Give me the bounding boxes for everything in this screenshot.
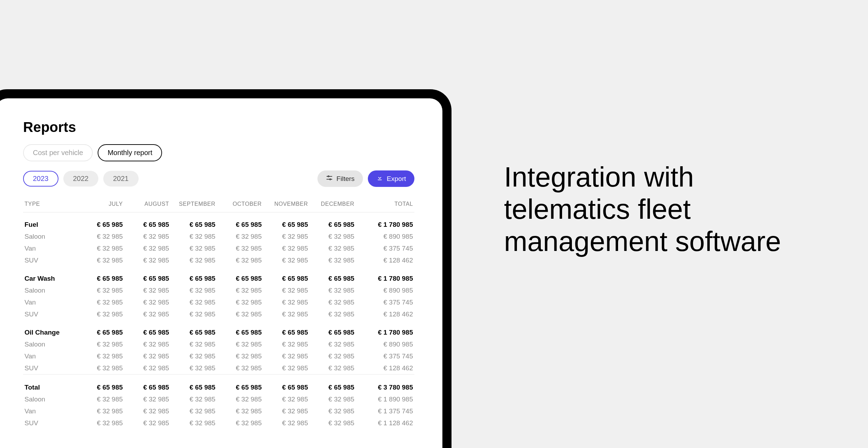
cell: € 65 985 [124,266,170,285]
cell: € 32 985 [170,285,217,296]
table-row: Saloon€ 32 985€ 32 985€ 32 985€ 32 985€ … [23,338,414,350]
cell: € 32 985 [309,350,356,362]
cell: € 65 985 [170,374,217,394]
cell: € 32 985 [170,350,217,362]
cell: € 32 985 [263,362,309,374]
table-header-row: TYPE JULY AUGUST SEPTEMBER OCTOBER NOVEM… [23,197,414,212]
table-row: SUV€ 32 985€ 32 985€ 32 985€ 32 985€ 32 … [23,417,414,429]
table-row: Van€ 32 985€ 32 985€ 32 985€ 32 985€ 32 … [23,296,414,308]
cell: € 890 985 [356,231,414,243]
cell: € 32 985 [263,393,309,405]
cell: € 65 985 [309,374,356,394]
cell: € 32 985 [78,296,124,308]
cell: € 32 985 [124,417,170,429]
cell: € 32 985 [124,350,170,362]
col-december: DECEMBER [309,197,356,212]
cell: € 32 985 [309,393,356,405]
tab-monthly-report[interactable]: Monthly report [98,144,162,161]
cell: € 32 985 [170,417,217,429]
cell: € 32 985 [78,338,124,350]
cell: € 65 985 [263,212,309,231]
cell: € 32 985 [263,350,309,362]
cell: € 375 745 [356,243,414,254]
col-august: AUGUST [124,197,170,212]
cell: € 32 985 [217,362,263,374]
year-pill-2022[interactable]: 2022 [63,171,99,187]
cell: € 32 985 [78,417,124,429]
filters-label: Filters [336,175,355,183]
app-screen: Reports Cost per vehicle Monthly report … [0,98,442,448]
cell: € 32 985 [124,296,170,308]
cell: € 32 985 [309,417,356,429]
svg-point-3 [330,179,331,180]
cell: € 32 985 [124,254,170,266]
cell: € 32 985 [78,350,124,362]
row-label: SUV [23,417,78,429]
cell: € 32 985 [309,231,356,243]
cell: € 32 985 [217,350,263,362]
row-label: Van [23,243,78,254]
cell: € 32 985 [78,243,124,254]
row-label: Car Wash [23,266,78,285]
cell: € 32 985 [124,231,170,243]
cell: € 32 985 [78,393,124,405]
cell: € 32 985 [309,405,356,417]
table-row: SUV€ 32 985€ 32 985€ 32 985€ 32 985€ 32 … [23,362,414,374]
export-button[interactable]: Export [368,170,414,187]
row-label: SUV [23,308,78,320]
cell: € 65 985 [170,212,217,231]
table-row: Van€ 32 985€ 32 985€ 32 985€ 32 985€ 32 … [23,405,414,417]
cell: € 32 985 [124,362,170,374]
row-label: Total [23,374,78,394]
cell: € 32 985 [78,254,124,266]
table-row: Car Wash€ 65 985€ 65 985€ 65 985€ 65 985… [23,266,414,285]
year-pill-2021[interactable]: 2021 [103,171,139,187]
cell: € 65 985 [217,320,263,338]
cell: € 128 462 [356,254,414,266]
cell: € 65 985 [309,320,356,338]
cell: € 375 745 [356,350,414,362]
cell: € 32 985 [263,338,309,350]
col-october: OCTOBER [217,197,263,212]
row-label: Saloon [23,338,78,350]
year-pill-2023[interactable]: 2023 [23,171,58,187]
download-icon [376,174,383,183]
cell: € 32 985 [263,285,309,296]
cell: € 65 985 [78,374,124,394]
cell: € 32 985 [124,338,170,350]
cell: € 1 375 745 [356,405,414,417]
cell: € 32 985 [217,338,263,350]
cell: € 32 985 [170,338,217,350]
cell: € 65 985 [263,266,309,285]
year-pills: 2023 2022 2021 [23,171,139,187]
cell: € 32 985 [217,405,263,417]
cell: € 65 985 [170,320,217,338]
filters-button[interactable]: < path a="" /> Filters [317,170,363,187]
cell: € 65 985 [170,266,217,285]
table-row: Van€ 32 985€ 32 985€ 32 985€ 32 985€ 32 … [23,350,414,362]
table-row: SUV€ 32 985€ 32 985€ 32 985€ 32 985€ 32 … [23,308,414,320]
row-label: Van [23,296,78,308]
cell: € 32 985 [217,393,263,405]
row-label: Saloon [23,231,78,243]
cell: € 32 985 [124,243,170,254]
cell: € 32 985 [170,405,217,417]
marketing-headline: Integration with telematics fleet manage… [504,161,819,258]
cell: € 65 985 [217,212,263,231]
sliders-icon: < path a="" /> [326,174,333,183]
cell: € 32 985 [124,285,170,296]
cell: € 32 985 [78,308,124,320]
row-label: Saloon [23,285,78,296]
col-type: TYPE [23,197,78,212]
row-label: Saloon [23,393,78,405]
cell: € 32 985 [263,231,309,243]
tablet-frame: Reports Cost per vehicle Monthly report … [0,89,451,448]
cell: € 32 985 [309,296,356,308]
cell: € 32 985 [263,308,309,320]
tab-cost-per-vehicle[interactable]: Cost per vehicle [23,144,93,161]
cell: € 32 985 [78,405,124,417]
page-title: Reports [23,119,414,135]
cell: € 375 745 [356,296,414,308]
col-november: NOVEMBER [263,197,309,212]
table-row: Saloon€ 32 985€ 32 985€ 32 985€ 32 985€ … [23,231,414,243]
